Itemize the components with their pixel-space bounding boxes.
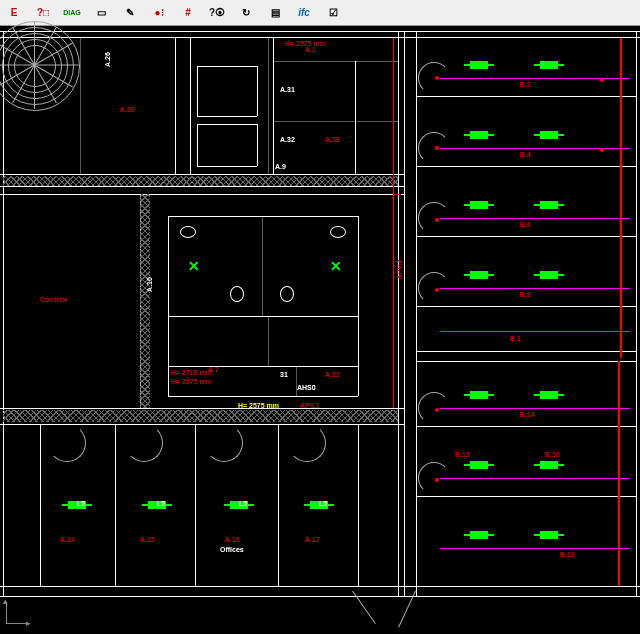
- light-fixture: [470, 61, 488, 69]
- light-fixture: [540, 461, 558, 469]
- light-fixture: [540, 131, 558, 139]
- wc-fixture: [280, 286, 294, 302]
- room-tag: A.30: [120, 106, 135, 113]
- btn-q2[interactable]: ?⦿: [205, 1, 229, 25]
- room-tag: A.1: [305, 46, 316, 53]
- room-tag: A.26: [104, 52, 111, 67]
- toolbar: E ?□ DIAG ▭ ✎ ●⁝ # ?⦿ ↻ ▤ ifc ☑: [0, 0, 640, 26]
- fixture-tag: L5: [319, 500, 327, 507]
- room-tag: A.16: [225, 536, 240, 543]
- dim-text: H= 2710 mm: [171, 369, 212, 376]
- fixture-x: ✕: [188, 258, 200, 274]
- door-arc: [205, 424, 243, 462]
- light-fixture: [540, 271, 558, 279]
- door-arc: [48, 424, 86, 462]
- fixture-tag: L5: [77, 500, 85, 507]
- spiral-stair: [0, 21, 80, 111]
- ucs-icon: ▸ ▴: [6, 594, 36, 624]
- room-tag: 31: [280, 371, 288, 378]
- light-fixture: [470, 391, 488, 399]
- fixture-x: ✕: [330, 258, 342, 274]
- room-tag: AHS0: [297, 384, 316, 391]
- room-tag: A.17: [305, 536, 320, 543]
- room-tag: B.8: [520, 291, 531, 298]
- sink-fixture: [180, 226, 196, 238]
- sink-fixture: [330, 226, 346, 238]
- btn-refresh[interactable]: ↻: [234, 1, 258, 25]
- cad-viewport[interactable]: ✕ ✕ A.30 A.26 A.1 A.33 A.31 A.32 A.9 H= …: [0, 26, 640, 634]
- hatch-wall: [3, 410, 398, 422]
- wc-fixture: [230, 286, 244, 302]
- room-tag: B.18: [560, 551, 575, 558]
- light-fixture: [470, 531, 488, 539]
- btn-check[interactable]: ☑: [321, 1, 345, 25]
- light-fixture: [540, 531, 558, 539]
- room-tag: B.4: [520, 151, 531, 158]
- room-tag: A.14: [60, 536, 75, 543]
- room-tag: Corridor: [40, 296, 68, 303]
- btn-ifc[interactable]: ifc: [292, 1, 316, 25]
- dim-text: H= 2575 mm: [238, 402, 279, 409]
- light-fixture: [470, 131, 488, 139]
- room-tag: B.6: [520, 221, 531, 228]
- light-fixture: [470, 461, 488, 469]
- dim-text: H= 2575 mm: [285, 40, 326, 47]
- room-tag: A.32: [325, 371, 340, 378]
- room-tag: APV.1: [300, 402, 320, 409]
- room-tag: A.31: [280, 86, 295, 93]
- light-fixture: [540, 201, 558, 209]
- room-tag: A.9: [275, 163, 286, 170]
- hatch-wall: [140, 194, 150, 408]
- room-tag: A.32: [280, 136, 295, 143]
- area-label: Offices: [220, 546, 244, 553]
- dim-text: H= 2575 mm: [171, 378, 212, 385]
- room-tag: B.2: [520, 81, 531, 88]
- btn-rect[interactable]: ▭: [89, 1, 113, 25]
- door-arc: [125, 424, 163, 462]
- btn-pen[interactable]: ✎: [118, 1, 142, 25]
- room-tag: A.15: [140, 536, 155, 543]
- fixture-tag: L5: [239, 500, 247, 507]
- door-arc: [288, 424, 326, 462]
- btn-dot-red[interactable]: ●⁝: [147, 1, 171, 25]
- room-tag: APV.2: [396, 260, 403, 280]
- btn-hash[interactable]: #: [176, 1, 200, 25]
- light-fixture: [540, 391, 558, 399]
- light-fixture: [470, 201, 488, 209]
- room-tag: A.33: [325, 136, 340, 143]
- light-fixture: [470, 271, 488, 279]
- room-tag: B.15: [455, 451, 470, 458]
- room-tag: A.10: [146, 277, 153, 292]
- hatch-wall: [3, 176, 398, 186]
- light-fixture: [540, 61, 558, 69]
- room-tag: B.1: [510, 335, 521, 342]
- room-tag: B.14: [520, 411, 535, 418]
- fixture-tag: L5: [157, 500, 165, 507]
- room-tag: B.16: [545, 451, 560, 458]
- btn-note[interactable]: ▤: [263, 1, 287, 25]
